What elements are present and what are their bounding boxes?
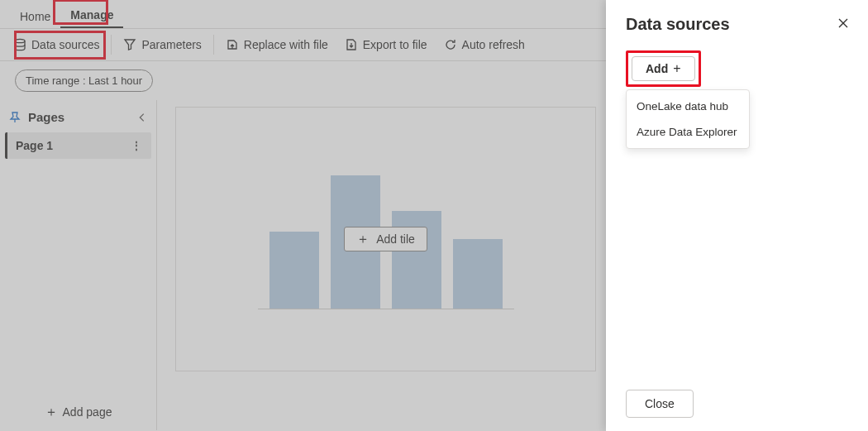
pages-title: Pages bbox=[28, 110, 130, 124]
manage-toolbar: Data sources Parameters Replace with fil… bbox=[0, 28, 606, 61]
add-label: Add bbox=[646, 62, 668, 75]
plus-icon: ＋ bbox=[45, 405, 58, 419]
page-name: Page 1 bbox=[16, 139, 53, 152]
auto-refresh-label: Auto refresh bbox=[462, 38, 525, 51]
data-sources-panel: Data sources Add + OneLake data hub Azur… bbox=[606, 0, 868, 431]
time-range-pill[interactable]: Time range : Last 1 hour bbox=[15, 69, 153, 92]
pin-icon bbox=[8, 111, 21, 124]
page-item[interactable]: Page 1 ⋮ bbox=[5, 132, 151, 159]
pages-sidebar: Pages Page 1 ⋮ ＋ Add page bbox=[0, 100, 157, 430]
add-data-source-menu: OneLake data hub Azure Data Explorer bbox=[626, 89, 750, 149]
chart-bar bbox=[392, 211, 441, 309]
add-page-label: Add page bbox=[63, 405, 112, 419]
data-sources-label: Data sources bbox=[31, 38, 99, 51]
page-more-icon[interactable]: ⋮ bbox=[131, 139, 143, 152]
close-icon[interactable] bbox=[837, 17, 853, 33]
menu-item-azure-data-explorer[interactable]: Azure Data Explorer bbox=[627, 119, 749, 145]
export-file-button[interactable]: Export to file bbox=[336, 33, 436, 56]
close-button[interactable]: Close bbox=[626, 390, 694, 418]
replace-icon bbox=[226, 38, 239, 51]
parameters-button[interactable]: Parameters bbox=[115, 33, 209, 56]
svg-point-0 bbox=[15, 39, 25, 42]
chevron-left-icon[interactable] bbox=[136, 112, 148, 123]
filter-icon bbox=[123, 38, 136, 51]
replace-label: Replace with file bbox=[244, 38, 328, 51]
database-icon bbox=[13, 38, 26, 51]
chart-bar bbox=[453, 239, 503, 309]
toolbar-separator bbox=[111, 35, 112, 55]
export-label: Export to file bbox=[363, 38, 427, 51]
add-tile-label: Add tile bbox=[376, 232, 415, 246]
panel-title: Data sources bbox=[626, 15, 848, 34]
export-icon bbox=[345, 38, 358, 51]
time-range-label: Time range : bbox=[26, 74, 88, 87]
time-range-value: Last 1 hour bbox=[88, 74, 142, 87]
highlight-add-button: Add + bbox=[626, 50, 701, 87]
dashboard-canvas: ＋ Add tile bbox=[175, 107, 596, 371]
refresh-icon bbox=[444, 38, 457, 51]
add-page-button[interactable]: ＋ Add page bbox=[0, 394, 156, 430]
plus-icon: ＋ bbox=[356, 232, 370, 246]
chart-bar bbox=[269, 232, 319, 309]
tab-home[interactable]: Home bbox=[10, 5, 60, 28]
parameters-label: Parameters bbox=[141, 38, 201, 51]
tab-manage[interactable]: Manage bbox=[60, 3, 123, 28]
data-sources-button[interactable]: Data sources bbox=[5, 33, 107, 56]
replace-file-button[interactable]: Replace with file bbox=[217, 33, 336, 56]
toolbar-separator bbox=[213, 35, 214, 55]
plus-icon: + bbox=[673, 62, 680, 75]
menu-item-onelake[interactable]: OneLake data hub bbox=[627, 93, 749, 119]
auto-refresh-button[interactable]: Auto refresh bbox=[436, 33, 533, 56]
add-tile-button[interactable]: ＋ Add tile bbox=[344, 227, 427, 251]
add-data-source-button[interactable]: Add + bbox=[632, 56, 695, 81]
